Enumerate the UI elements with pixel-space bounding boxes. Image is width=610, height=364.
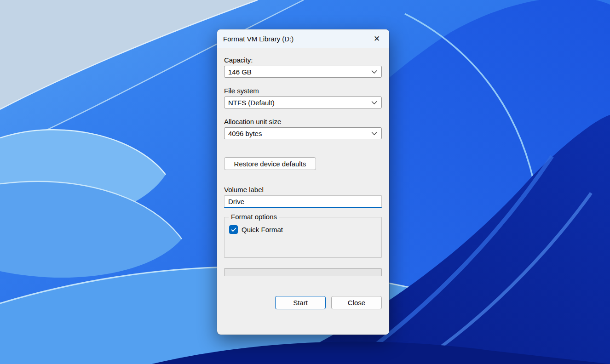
chevron-down-icon <box>371 131 377 136</box>
capacity-value: 146 GB <box>228 68 252 76</box>
volume-label-label: Volume label <box>224 186 382 193</box>
capacity-dropdown[interactable]: 146 GB <box>224 66 382 78</box>
file-system-value: NTFS (Default) <box>228 99 275 107</box>
chevron-down-icon <box>371 101 377 105</box>
capacity-label: Capacity: <box>224 56 382 64</box>
file-system-dropdown[interactable]: NTFS (Default) <box>224 97 382 108</box>
format-dialog: Format VM Library (D:) ✕ Capacity: 146 G… <box>217 29 389 335</box>
allocation-unit-size-value: 4096 bytes <box>228 130 262 137</box>
checkmark-icon <box>231 228 236 232</box>
start-button[interactable]: Start <box>275 296 326 309</box>
chevron-down-icon <box>371 70 377 74</box>
format-options-legend: Format options <box>229 213 279 221</box>
format-progress-bar <box>224 268 382 276</box>
allocation-unit-size-dropdown[interactable]: 4096 bytes <box>224 127 382 139</box>
allocation-unit-size-label: Allocation unit size <box>224 118 382 125</box>
file-system-label: File system <box>224 87 382 95</box>
dialog-button-row: Start Close <box>224 296 382 309</box>
desktop: Format VM Library (D:) ✕ Capacity: 146 G… <box>0 0 610 364</box>
quick-format-label: Quick Format <box>242 226 283 233</box>
close-button[interactable]: Close <box>331 296 382 309</box>
restore-device-defaults-button[interactable]: Restore device defaults <box>224 157 316 170</box>
quick-format-checkbox[interactable] <box>229 225 238 234</box>
close-icon[interactable]: ✕ <box>368 31 386 46</box>
format-options-group: Format options Quick Format <box>224 217 382 258</box>
dialog-title: Format VM Library (D:) <box>223 35 368 43</box>
dialog-body: Capacity: 146 GB File system NTFS (Defau… <box>217 56 389 309</box>
volume-label-input[interactable] <box>224 195 382 208</box>
dialog-titlebar[interactable]: Format VM Library (D:) ✕ <box>217 29 389 48</box>
quick-format-row[interactable]: Quick Format <box>229 225 381 234</box>
